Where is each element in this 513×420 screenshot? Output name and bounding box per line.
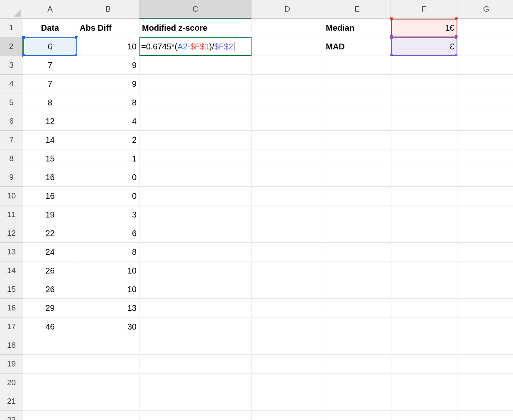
cell-C5[interactable]: [139, 93, 252, 112]
cell-E14[interactable]: [323, 261, 391, 280]
cell-A7[interactable]: 14: [23, 131, 77, 149]
cell-C1[interactable]: Modified z-score: [139, 19, 252, 37]
cell-G22[interactable]: [457, 411, 513, 420]
cell-E18[interactable]: [323, 336, 391, 355]
cell-E22[interactable]: [323, 411, 391, 420]
cell-E10[interactable]: [323, 187, 391, 205]
cell-A3[interactable]: 7: [23, 56, 77, 75]
cell-E17[interactable]: [323, 317, 391, 336]
row-header-8[interactable]: 8: [0, 149, 23, 168]
cell-C6[interactable]: [139, 112, 252, 131]
cell-G16[interactable]: [457, 299, 513, 317]
cell-F4[interactable]: [391, 75, 457, 93]
cell-B16[interactable]: 13: [77, 299, 139, 317]
cell-G1[interactable]: [457, 19, 513, 37]
cell-F19[interactable]: [391, 355, 457, 374]
cell-F20[interactable]: [391, 374, 457, 392]
cell-C11[interactable]: [139, 205, 252, 224]
cell-F15[interactable]: [391, 280, 457, 299]
cell-C9[interactable]: [139, 168, 252, 187]
cell-F21[interactable]: [391, 392, 457, 411]
row-header-15[interactable]: 15: [0, 280, 23, 299]
cell-B2[interactable]: 10: [77, 37, 139, 56]
cell-C15[interactable]: [139, 280, 252, 299]
cell-C3[interactable]: [139, 56, 252, 75]
cell-A12[interactable]: 22: [23, 224, 77, 243]
cell-B6[interactable]: 4: [77, 112, 139, 131]
cell-D15[interactable]: [252, 280, 323, 299]
cell-D9[interactable]: [252, 168, 323, 187]
cell-D20[interactable]: [252, 374, 323, 392]
cell-F22[interactable]: [391, 411, 457, 420]
row-header-17[interactable]: 17: [0, 317, 23, 336]
col-header-C[interactable]: C: [139, 0, 252, 19]
cell-G13[interactable]: [457, 243, 513, 261]
cell-F2[interactable]: 8: [391, 37, 457, 56]
row-header-21[interactable]: 21: [0, 392, 23, 411]
cell-C17[interactable]: [139, 317, 252, 336]
col-header-G[interactable]: G: [457, 0, 513, 19]
row-header-5[interactable]: 5: [0, 93, 23, 112]
cell-G17[interactable]: [457, 317, 513, 336]
cell-E9[interactable]: [323, 168, 391, 187]
cell-E5[interactable]: [323, 93, 391, 112]
cell-F1[interactable]: 16: [391, 19, 457, 37]
cell-A5[interactable]: 8: [23, 93, 77, 112]
cell-C21[interactable]: [139, 392, 252, 411]
cell-F18[interactable]: [391, 336, 457, 355]
cell-G4[interactable]: [457, 75, 513, 93]
cell-D7[interactable]: [252, 131, 323, 149]
cell-D16[interactable]: [252, 299, 323, 317]
cell-B18[interactable]: [77, 336, 139, 355]
cell-D13[interactable]: [252, 243, 323, 261]
cell-A19[interactable]: [23, 355, 77, 374]
cell-C18[interactable]: [139, 336, 252, 355]
cell-F10[interactable]: [391, 187, 457, 205]
cell-B13[interactable]: 8: [77, 243, 139, 261]
cell-A13[interactable]: 24: [23, 243, 77, 261]
row-header-9[interactable]: 9: [0, 168, 23, 187]
col-header-A[interactable]: A: [23, 0, 77, 19]
cell-B21[interactable]: [77, 392, 139, 411]
row-header-1[interactable]: 1: [0, 19, 23, 37]
cell-D17[interactable]: [252, 317, 323, 336]
cell-B22[interactable]: [77, 411, 139, 420]
cell-A6[interactable]: 12: [23, 112, 77, 131]
cell-A22[interactable]: [23, 411, 77, 420]
cell-B11[interactable]: 3: [77, 205, 139, 224]
row-header-22[interactable]: 22: [0, 411, 23, 420]
range-handle-icon[interactable]: [390, 17, 393, 20]
cell-B4[interactable]: 9: [77, 75, 139, 93]
cell-D1[interactable]: [252, 19, 323, 37]
cell-A18[interactable]: [23, 336, 77, 355]
cell-D10[interactable]: [252, 187, 323, 205]
cell-F14[interactable]: [391, 261, 457, 280]
cell-E16[interactable]: [323, 299, 391, 317]
cell-E20[interactable]: [323, 374, 391, 392]
cell-G12[interactable]: [457, 224, 513, 243]
cell-D4[interactable]: [252, 75, 323, 93]
cell-B9[interactable]: 0: [77, 168, 139, 187]
cell-G14[interactable]: [457, 261, 513, 280]
cell-B19[interactable]: [77, 355, 139, 374]
row-header-20[interactable]: 20: [0, 374, 23, 392]
range-handle-icon[interactable]: [390, 36, 393, 39]
cell-E13[interactable]: [323, 243, 391, 261]
cell-G15[interactable]: [457, 280, 513, 299]
cell-C13[interactable]: [139, 243, 252, 261]
cell-D8[interactable]: [252, 149, 323, 168]
cell-B10[interactable]: 0: [77, 187, 139, 205]
cell-E4[interactable]: [323, 75, 391, 93]
cell-F8[interactable]: [391, 149, 457, 168]
cell-G2[interactable]: [457, 37, 513, 56]
cell-G20[interactable]: [457, 374, 513, 392]
cell-E7[interactable]: [323, 131, 391, 149]
cell-B14[interactable]: 10: [77, 261, 139, 280]
cell-G18[interactable]: [457, 336, 513, 355]
cell-C2-editing[interactable]: =0.6745*(A2-$F$1)/$F$2: [139, 37, 252, 56]
cell-G7[interactable]: [457, 131, 513, 149]
cell-F9[interactable]: [391, 168, 457, 187]
cell-D18[interactable]: [252, 336, 323, 355]
cell-C7[interactable]: [139, 131, 252, 149]
cell-E19[interactable]: [323, 355, 391, 374]
